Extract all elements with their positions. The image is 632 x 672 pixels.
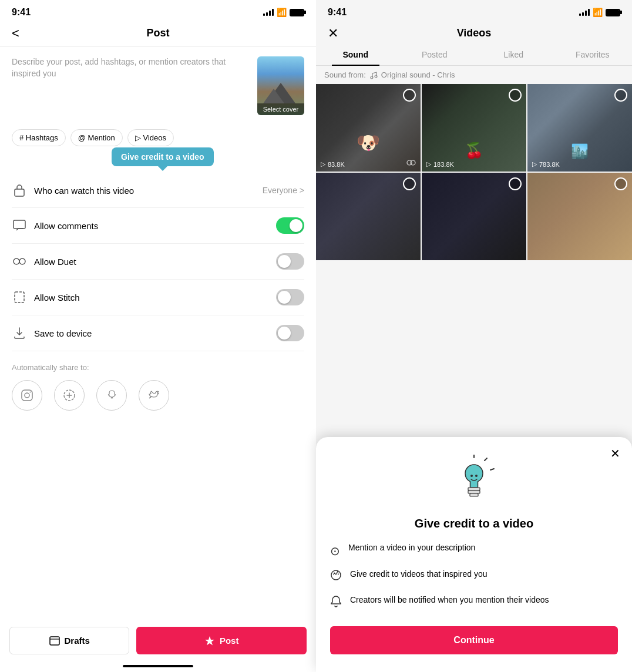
video-select-1[interactable] <box>403 89 416 102</box>
video-select-5[interactable] <box>509 177 522 190</box>
bell-icon <box>330 595 342 612</box>
duet-icon <box>12 254 27 269</box>
modal-close-button[interactable]: ✕ <box>610 446 620 461</box>
video-cell-4[interactable] <box>316 173 421 260</box>
mountain2-icon <box>263 89 284 103</box>
svg-rect-0 <box>15 189 24 196</box>
modal-list-item-1: ⊙ Mention a video in your description <box>330 542 618 559</box>
close-button[interactable]: ✕ <box>328 26 338 41</box>
allow-stitch-toggle[interactable] <box>276 289 304 305</box>
right-header: ✕ Videos <box>316 22 632 39</box>
video-cell-3[interactable]: 🏙️ ▷783.8K <box>527 84 632 172</box>
allow-duet-label: Allow Duet <box>34 257 269 267</box>
continue-button[interactable]: Continue <box>330 626 618 654</box>
who-can-watch-row[interactable]: Who can watch this video Everyone > <box>12 173 304 208</box>
page-title-left: Post <box>146 27 169 39</box>
modal-list-item-3: Creators will be notified when you menti… <box>330 594 618 612</box>
modal-list-text-2: Give credit to videos that inspired you <box>350 569 487 580</box>
video-cell-2[interactable]: 🍒 ▷183.8K <box>422 84 526 172</box>
video-select-6[interactable] <box>614 177 627 190</box>
modal-list-text-3: Creators will be notified when you menti… <box>350 594 549 606</box>
modal-list-text-1: Mention a video in your description <box>348 542 475 554</box>
video-select-4[interactable] <box>403 177 416 190</box>
svg-point-22 <box>331 570 341 580</box>
who-can-watch-label: Who can watch this video <box>34 186 256 196</box>
sound-from-label: Sound from: <box>324 70 366 79</box>
collab-icon-1 <box>406 159 416 168</box>
svg-point-6 <box>25 393 29 398</box>
save-to-device-row: Save to device <box>12 315 304 351</box>
svg-point-7 <box>30 392 31 393</box>
video-cell-5[interactable] <box>422 173 526 260</box>
svg-rect-19 <box>470 493 478 496</box>
plus-share-button[interactable] <box>54 380 85 411</box>
svg-rect-18 <box>468 490 480 493</box>
sound-from-bar: Sound from: Original sound - Chris <box>316 66 632 84</box>
credit-modal: ✕ Give credit to a video <box>316 437 632 672</box>
allow-duet-toggle[interactable] <box>276 253 304 270</box>
comment-icon <box>12 218 27 233</box>
page-title-right: Videos <box>457 27 492 39</box>
battery-icon-right <box>606 9 620 16</box>
post-button[interactable]: Post <box>136 627 307 654</box>
modal-title: Give credit to a video <box>330 517 618 530</box>
video-cell-1[interactable]: 🐶 ▷83.8K <box>316 84 421 172</box>
svg-point-2 <box>14 258 19 264</box>
header-bar-left: < Post <box>0 22 316 47</box>
credit-icon <box>330 569 342 585</box>
home-indicator-left <box>123 665 193 667</box>
instagram-share-button[interactable] <box>12 380 42 411</box>
city-road: 🏙️ <box>571 143 589 160</box>
status-icons-right: 📶 <box>579 8 620 17</box>
tab-sound[interactable]: Sound <box>316 44 395 65</box>
videos-button[interactable]: ▷ Videos <box>127 129 174 146</box>
svg-point-20 <box>470 475 473 477</box>
dog-figure: 🐶 <box>357 132 380 154</box>
svg-rect-5 <box>22 390 32 401</box>
share-icons-row <box>12 380 304 411</box>
svg-point-10 <box>371 76 373 79</box>
share-label: Automatically share to: <box>12 363 304 372</box>
video-select-2[interactable] <box>509 89 522 102</box>
tab-favorites[interactable]: Favorites <box>553 44 633 65</box>
video-stats-3: ▷783.8K <box>532 160 560 168</box>
signal-icon-right <box>579 9 590 16</box>
back-button[interactable]: < <box>12 26 19 41</box>
tab-liked[interactable]: Liked <box>474 44 553 65</box>
battery-icon <box>290 9 304 16</box>
snapchat-share-button[interactable] <box>96 380 127 411</box>
mention-button[interactable]: @ Mention <box>70 129 123 146</box>
cover-thumbnail[interactable]: Select cover <box>257 56 304 115</box>
description-placeholder[interactable]: Describe your post, add hashtags, or men… <box>12 56 250 79</box>
save-to-device-label: Save to device <box>34 328 269 338</box>
signal-icon <box>263 9 274 16</box>
wifi-icon-right: 📶 <box>593 8 603 17</box>
cover-label: Select cover <box>257 103 304 115</box>
berry-bowl: 🍒 <box>465 142 483 160</box>
video-select-3[interactable] <box>614 89 627 102</box>
sound-name: Original sound - Chris <box>381 70 455 79</box>
at-icon: ⊙ <box>330 543 340 559</box>
status-bar-right: 9:41 📶 <box>316 0 632 22</box>
video-cell-6[interactable] <box>527 173 632 260</box>
tooltip-bubble: Give credit to a video <box>112 147 214 166</box>
allow-stitch-row: Allow Stitch <box>12 280 304 315</box>
drafts-button[interactable]: Drafts <box>9 627 129 654</box>
hashtags-button[interactable]: # Hashtags <box>12 129 66 146</box>
svg-line-16 <box>490 469 494 470</box>
left-panel: 9:41 📶 < Post Describe your post, add ha… <box>0 0 316 672</box>
status-bar-left: 9:41 📶 <box>0 0 316 22</box>
svg-rect-4 <box>15 292 24 303</box>
svg-rect-9 <box>50 637 59 645</box>
time-right: 9:41 <box>328 7 347 18</box>
time-left: 9:41 <box>12 7 31 18</box>
twitter-share-button[interactable] <box>139 380 169 411</box>
allow-comments-toggle[interactable] <box>276 217 304 234</box>
svg-rect-17 <box>468 488 480 490</box>
svg-point-3 <box>19 258 25 264</box>
tab-posted[interactable]: Posted <box>395 44 475 65</box>
description-area: Describe your post, add hashtags, or men… <box>0 47 316 125</box>
allow-stitch-label: Allow Stitch <box>34 293 269 303</box>
svg-line-15 <box>485 458 487 461</box>
save-to-device-toggle[interactable] <box>276 325 304 341</box>
